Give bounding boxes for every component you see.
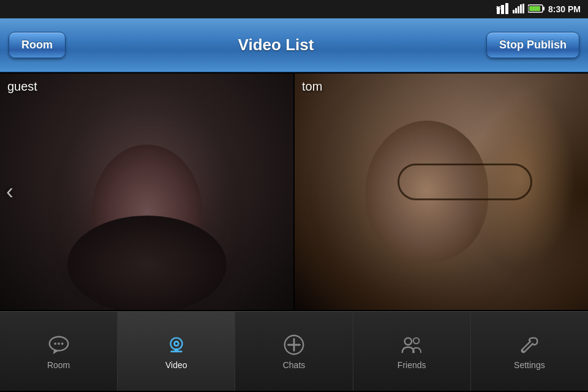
video-bg-guest bbox=[0, 74, 293, 310]
3g-icon: 3G bbox=[496, 3, 510, 15]
tab-video[interactable]: Video bbox=[118, 312, 235, 391]
svg-rect-2 bbox=[505, 3, 508, 14]
status-bar: 3G 8:30 PM bbox=[0, 0, 588, 18]
battery-icon bbox=[528, 4, 545, 15]
page-title: Video List bbox=[238, 36, 314, 55]
people-icon bbox=[400, 333, 423, 356]
tab-chats-label: Chats bbox=[283, 360, 306, 370]
prev-arrow[interactable]: ‹ bbox=[6, 179, 13, 205]
svg-rect-4 bbox=[513, 10, 514, 13]
video-cell-tom[interactable]: tom bbox=[295, 74, 588, 310]
status-icons: 3G 8:30 PM bbox=[496, 3, 581, 15]
tab-video-label: Video bbox=[165, 360, 187, 370]
wrench-icon bbox=[518, 333, 541, 356]
guest-face bbox=[0, 74, 293, 310]
svg-point-15 bbox=[61, 342, 63, 345]
svg-rect-6 bbox=[518, 6, 519, 13]
svg-point-13 bbox=[54, 342, 56, 345]
chat-bubble-icon bbox=[47, 333, 70, 356]
svg-rect-11 bbox=[529, 6, 540, 11]
tab-room-label: Room bbox=[47, 360, 70, 370]
room-nav-button[interactable]: Room bbox=[9, 32, 66, 58]
svg-point-24 bbox=[405, 337, 412, 344]
tom-label: tom bbox=[302, 80, 322, 94]
svg-rect-5 bbox=[515, 8, 517, 13]
tab-friends[interactable]: Friends bbox=[353, 312, 471, 391]
svg-point-14 bbox=[58, 342, 60, 345]
video-cell-guest[interactable]: guest ‹ bbox=[0, 74, 295, 310]
svg-rect-10 bbox=[543, 7, 545, 10]
svg-point-25 bbox=[413, 337, 420, 344]
svg-rect-20 bbox=[170, 350, 182, 352]
tab-friends-label: Friends bbox=[398, 360, 426, 370]
signal-icon bbox=[513, 4, 525, 15]
svg-rect-7 bbox=[520, 4, 522, 13]
video-camera-icon bbox=[165, 333, 188, 356]
video-grid: guest ‹ tom bbox=[0, 72, 588, 311]
video-bg-tom bbox=[295, 74, 588, 310]
svg-point-18 bbox=[175, 342, 178, 345]
glasses-overlay bbox=[398, 164, 532, 200]
svg-text:3G: 3G bbox=[496, 6, 502, 10]
svg-rect-8 bbox=[522, 4, 524, 13]
tab-room[interactable]: Room bbox=[0, 312, 118, 391]
plus-icon bbox=[282, 333, 306, 356]
tab-chats[interactable]: Chats bbox=[235, 312, 353, 391]
nav-bar: Room Video List Stop Publish bbox=[0, 18, 588, 72]
guest-label: guest bbox=[7, 80, 37, 94]
tab-settings[interactable]: Settings bbox=[471, 312, 588, 391]
stop-publish-button[interactable]: Stop Publish bbox=[486, 32, 579, 58]
svg-point-26 bbox=[522, 350, 524, 352]
tab-bar: Room Video Chats Friends bbox=[0, 311, 588, 391]
tab-settings-label: Settings bbox=[514, 360, 545, 370]
status-time: 8:30 PM bbox=[548, 4, 581, 14]
